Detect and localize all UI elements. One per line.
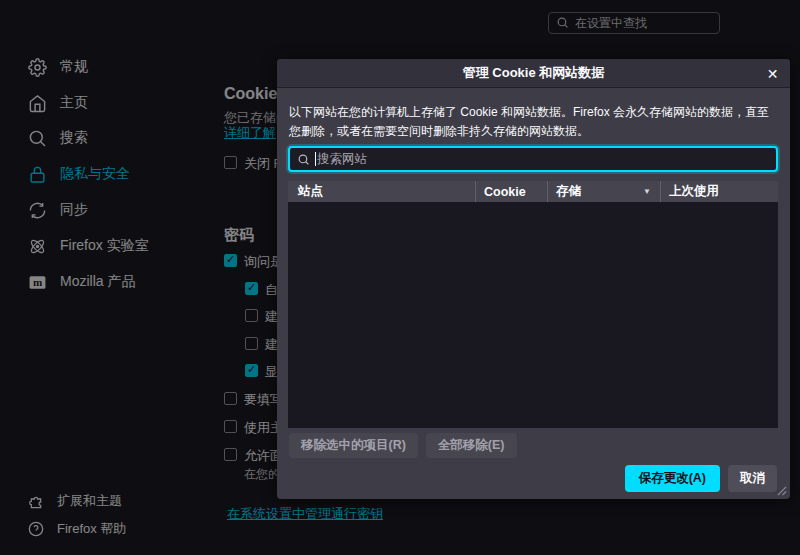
column-header-storage[interactable]: 存储 ▼ xyxy=(547,181,660,202)
sites-table-header: 站点 Cookie 存储 ▼ 上次使用 xyxy=(288,181,778,202)
column-header-site[interactable]: 站点 xyxy=(288,181,475,202)
cancel-button[interactable]: 取消 xyxy=(728,465,777,492)
sort-descending-icon: ▼ xyxy=(643,187,651,196)
save-changes-button[interactable]: 保存更改(A) xyxy=(625,465,720,492)
site-search-field xyxy=(288,146,778,172)
sites-table: 站点 Cookie 存储 ▼ 上次使用 xyxy=(288,181,778,428)
column-header-cookies[interactable]: Cookie xyxy=(475,181,547,202)
remove-buttons-row: 移除选中的项目(R) 全部移除(E) xyxy=(289,433,517,458)
dialog-action-row: 保存更改(A) 取消 xyxy=(625,465,777,492)
close-icon[interactable]: ✕ xyxy=(762,63,783,84)
search-icon xyxy=(297,153,310,166)
column-header-last-used[interactable]: 上次使用 xyxy=(660,181,778,202)
dialog-description: 以下网站在您的计算机上存储了 Cookie 和网站数据。Firefox 会永久存… xyxy=(289,103,779,142)
resize-grip-icon[interactable] xyxy=(776,485,787,496)
remove-all-button[interactable]: 全部移除(E) xyxy=(426,433,517,458)
remove-selected-button[interactable]: 移除选中的项目(R) xyxy=(289,433,418,458)
dialog-title: 管理 Cookie 和网站数据 xyxy=(463,64,605,82)
site-search-input[interactable] xyxy=(316,152,776,166)
manage-cookies-dialog: 管理 Cookie 和网站数据 ✕ 以下网站在您的计算机上存储了 Cookie … xyxy=(277,59,790,499)
dialog-titlebar: 管理 Cookie 和网站数据 ✕ xyxy=(277,59,790,88)
sites-table-body-empty[interactable] xyxy=(288,202,778,428)
